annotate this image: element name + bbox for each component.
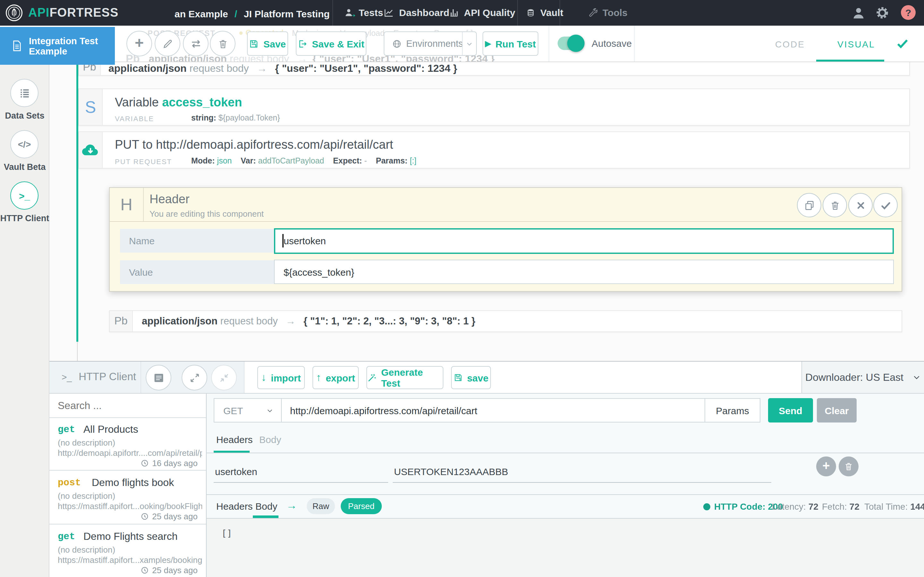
sidebar-item-http-client[interactable]: >_ [10,181,39,210]
name-field-label: Name [120,229,274,253]
tab-code[interactable]: CODE [775,39,805,49]
exit-icon [298,39,307,48]
expand-panel-button[interactable] [182,365,207,390]
history-url: https://mastiff.apifort...ooking/bookFli… [58,501,202,511]
run-test-button[interactable]: ▶ Run Test [483,31,538,56]
history-name: Demo flights book [92,477,174,488]
raw-toggle[interactable]: Raw [307,498,335,514]
list-icon [18,87,31,99]
detail-key: string: [191,113,216,122]
method-select[interactable]: GET [214,398,282,422]
nav-item-label: Tests [359,7,383,18]
cancel-edit-button[interactable] [848,193,873,218]
edit-component-button[interactable] [155,31,180,56]
export-label: export [326,372,355,383]
request-tab-body[interactable]: Body [259,434,281,445]
client-save-label: save [467,372,489,383]
breadcrumb: an Example / JI Platform Testing → [174,8,357,21]
nav-item-api-quality[interactable]: API Quality [449,7,515,18]
left-sidebar: Data Sets </> Vault Beta >_ HTTP Client [0,65,49,577]
editor-header-divider [110,221,901,222]
params-button[interactable]: Params [704,398,760,422]
nav-divider [517,0,518,26]
value-field-input[interactable] [274,259,894,284]
brand-fortress: FORTRESS [49,6,118,19]
history-item[interactable]: get Demo Flights search (no description)… [49,524,206,577]
value-field-label: Value [120,260,274,284]
body-preview: { "1": 1, "2": 2, "3...: 3, "9": 3, "8":… [304,316,475,326]
generate-test-label: Generate Test [381,367,443,388]
nav-item-tools[interactable]: Tools [588,7,628,18]
send-button[interactable]: Send [768,398,813,422]
environments-dropdown[interactable]: Environments [384,31,477,56]
check-icon [880,200,891,211]
sidebar-item-data-sets[interactable] [10,79,39,107]
sidebar-item-vault-beta[interactable]: </> [10,130,39,158]
sidebar-label-http-client: HTTP Client [0,213,49,223]
reorder-components-button[interactable] [183,31,208,56]
history-url: http://demoapi.apifortr....com/api/retai… [58,448,202,458]
sidebar-label-vault-beta: Vault Beta [0,162,49,172]
downloader-select[interactable]: Downloader: US East [802,362,924,393]
import-button[interactable]: ↓import [257,366,305,389]
nav-item-tests[interactable]: Tests [344,7,383,18]
body-label: request body [190,63,249,74]
name-field-input[interactable] [274,228,894,253]
confirm-edit-button[interactable] [873,193,898,218]
nav-item-label: Dashboard [399,7,449,18]
save-exit-label: Save & Exit [312,38,364,49]
client-save-button[interactable]: save [451,366,491,389]
component-row-request-body-cart[interactable]: Pb application/json request body → { "1"… [109,310,902,332]
request-title: PUT to http://demoapi.apifortress.com/ap… [115,138,393,152]
autosave-toggle[interactable] [557,37,583,50]
visual-check-icon[interactable] [896,37,909,50]
apifortress-logo[interactable] [5,4,23,22]
add-component-button[interactable]: + [126,31,152,56]
history-search-input[interactable] [49,394,206,418]
response-body-area[interactable]: [] [207,519,924,577]
nav-item-dashboard[interactable]: Dashboard [384,7,449,18]
nav-item-vault[interactable]: Vault [526,7,564,18]
user-icon [344,8,354,17]
save-exit-button[interactable]: Save & Exit [296,31,367,56]
settings-gear-icon[interactable] [875,6,889,20]
generate-test-button[interactable]: Generate Test [367,366,443,389]
component-row-put-request[interactable]: PUT to http://demoapi.apifortress.com/ap… [78,131,910,169]
url-input[interactable] [281,398,705,422]
clear-button[interactable]: Clear [817,398,857,422]
header-name-input[interactable] [214,461,388,483]
brand-name[interactable]: APIFORTRESS [28,6,118,20]
plus-icon: + [822,458,830,473]
pencil-icon [162,38,173,49]
sidebar-label-data-sets: Data Sets [0,111,49,121]
expand-icon [189,372,200,383]
history-item[interactable]: get All Products (no description) http:/… [49,418,206,471]
clone-button[interactable] [797,193,821,218]
add-header-button[interactable]: + [816,456,836,476]
body-tab-underline [253,516,278,518]
history-item[interactable]: post Demo flights book (no description) … [49,471,206,524]
raw-label: Raw [312,501,329,511]
breadcrumb-test[interactable]: JI Platform Testing [244,8,330,19]
header-value-input[interactable] [393,461,771,483]
parsed-toggle[interactable]: Parsed [341,498,382,514]
tab-visual[interactable]: VISUAL [837,39,875,49]
request-tab-headers[interactable]: Headers [216,434,252,445]
delete-header-button[interactable] [838,456,859,476]
response-tab-headers[interactable]: Headers [216,501,252,512]
delete-button[interactable] [822,193,847,218]
test-tab[interactable]: Integration Test Example [0,27,115,65]
collapse-panel-button[interactable] [211,365,237,390]
help-icon[interactable]: ? [901,5,916,20]
delete-component-button[interactable] [210,31,236,56]
response-tab-body[interactable]: Body [255,501,277,512]
chevron-down-icon [266,407,273,414]
save-button[interactable]: Save [247,31,288,56]
breadcrumb-project[interactable]: an Example [174,8,228,19]
component-row-variable[interactable]: S Variable access_token VARIABLE string:… [78,89,910,126]
account-icon[interactable] [851,6,866,20]
editor-title: Header [150,192,190,206]
swap-arrows-icon [190,37,202,50]
layout-toggle-button[interactable] [145,365,171,390]
export-button[interactable]: ↑export [312,366,359,389]
